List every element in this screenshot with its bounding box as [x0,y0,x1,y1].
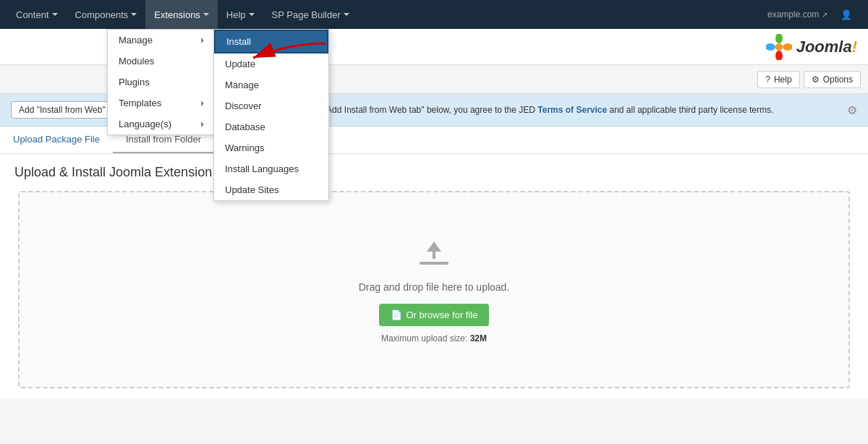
help-icon: ? [765,74,770,85]
user-menu[interactable]: 👤 [835,9,861,20]
browse-for-file-button[interactable]: 📄 Or browse for file [379,304,490,326]
svg-point-2 [775,34,783,43]
upload-drop-area[interactable]: Drag and drop file here to upload. 📄 Or … [18,191,850,388]
joomla-text: Joomla! [796,38,857,56]
manage-sub-arrow-icon [201,38,204,43]
discover-menu-item[interactable]: Discover [214,95,328,116]
terms-of-service-link[interactable]: Terms of Service [537,105,607,115]
dd-item-manage[interactable]: Manage [108,30,215,51]
templates-sub-arrow-icon [201,101,204,106]
dd-item-plugins[interactable]: Plugins [108,72,215,93]
options-button[interactable]: ⚙ Options [804,71,861,88]
top-navigation: Content Components Extensions Help SP Pa… [0,0,868,29]
file-icon: 📄 [391,309,402,320]
update-menu-item[interactable]: Update [214,54,328,74]
content-caret-icon [52,13,58,16]
help-caret-icon [249,13,255,16]
nav-item-extensions[interactable]: Extensions [145,0,218,29]
svg-point-3 [783,43,792,51]
max-upload-text: Maximum upload size: 32M [381,333,487,343]
svg-rect-7 [420,262,448,265]
external-link-icon: ↗ [822,11,827,19]
svg-point-4 [775,51,783,60]
nav-item-help[interactable]: Help [218,0,263,29]
main-content: Upload & Install Joomla Extension Drag a… [0,154,868,399]
svg-point-5 [766,43,775,51]
nav-right: example.com ↗ 👤 [767,9,861,20]
components-caret-icon [131,13,137,16]
svg-marker-9 [427,242,441,252]
help-button[interactable]: ? Help [757,71,799,88]
page-title: Upload & Install Joomla Extension [14,165,854,180]
update-sites-menu-item[interactable]: Update Sites [214,179,328,200]
extensions-caret-icon [203,13,209,16]
manage-menu-item[interactable]: Manage [214,74,328,95]
tab-upload-package[interactable]: Upload Package File [0,127,113,153]
dd-item-templates[interactable]: Templates [108,93,215,114]
upload-icon [417,236,451,270]
database-menu-item[interactable]: Database [214,116,328,137]
joomla-logo: Joomla! [766,34,857,60]
nav-item-components[interactable]: Components [67,0,146,29]
user-icon: 👤 [841,9,852,20]
install-submenu: Install Update Manage Discover Database … [213,29,329,201]
warnings-menu-item[interactable]: Warnings [214,137,328,158]
dd-item-modules[interactable]: Modules [108,51,215,72]
svg-point-6 [776,44,782,50]
max-upload-value: 32M [470,333,487,343]
nav-items: Content Components Extensions Help SP Pa… [7,0,767,29]
languages-sub-arrow-icon [201,121,204,127]
joomla-flower-icon [766,34,792,60]
install-languages-menu-item[interactable]: Install Languages [214,158,328,179]
extensions-dropdown: Manage Modules Plugins Templates Languag… [107,29,216,135]
info-settings-icon[interactable]: ⚙ [847,103,857,117]
sp-page-builder-caret-icon [344,13,349,16]
drag-drop-text: Drag and drop file here to upload. [359,281,510,293]
site-link[interactable]: example.com ↗ [767,9,827,20]
dd-item-languages[interactable]: Language(s) [108,114,215,135]
nav-item-sp-page-builder[interactable]: SP Page Builder [263,0,358,29]
nav-item-content[interactable]: Content [7,0,67,29]
install-menu-item[interactable]: Install [214,30,328,54]
gear-icon: ⚙ [812,74,820,85]
